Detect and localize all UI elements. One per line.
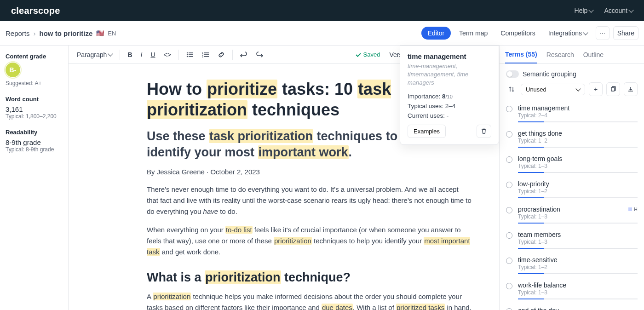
link-button[interactable]: [214, 48, 229, 61]
readability-label: Readability: [6, 129, 63, 136]
tab-outline[interactable]: Outline: [583, 46, 604, 63]
wordcount-value: 3,161: [6, 105, 63, 113]
term-row[interactable]: get things doneTypical: 1–2: [500, 126, 644, 151]
term-row[interactable]: team membersTypical: 1–3: [500, 227, 644, 253]
term-progress: [518, 147, 638, 148]
term-row[interactable]: long-term goalsTypical: 1–3: [500, 151, 644, 177]
doc-paragraph: A prioritization technique helps you mak…: [147, 291, 472, 310]
semantic-grouping-toggle[interactable]: [506, 70, 519, 78]
language-code: EN: [108, 30, 116, 37]
term-typical: Typical: 1–3: [518, 163, 638, 169]
tab-integrations[interactable]: Integrations: [544, 27, 592, 40]
doc-byline: By Jessica Greene · October 2, 2023: [147, 168, 472, 176]
account-menu[interactable]: Account: [604, 7, 633, 14]
numbered-list-button[interactable]: 123: [198, 49, 213, 61]
popover-current: Current uses: -: [408, 112, 491, 119]
help-menu[interactable]: Help: [575, 7, 593, 14]
term-row[interactable]: low-priorityTypical: 1–2: [500, 177, 644, 202]
term-status-icon: [506, 207, 512, 213]
filter-select[interactable]: Unused: [521, 84, 585, 95]
popover-title: time management: [408, 52, 491, 60]
term-status-icon: [506, 308, 512, 310]
term-typical: Typical: 1–2: [518, 264, 638, 270]
term-name: team members: [518, 231, 561, 238]
subheader: Reports › how to prioritize 🇺🇸 EN Editor…: [0, 21, 644, 46]
semantic-grouping-label: Semantic grouping: [523, 70, 576, 78]
term-progress: [518, 172, 638, 173]
term-status-icon: [506, 182, 512, 188]
redo-button[interactable]: [252, 49, 267, 61]
term-row[interactable]: end of the dayTypical: 1–2: [500, 303, 644, 310]
copy-button[interactable]: [606, 82, 620, 96]
svg-rect-9: [204, 54, 209, 55]
term-status-icon: [506, 283, 512, 289]
popover-typical: Typical uses: 2–4: [408, 103, 491, 109]
term-status-icon: [506, 232, 512, 239]
app-topbar: clearscope Help Account: [0, 0, 644, 21]
wordcount-typical: Typical: 1,800–2,200: [6, 113, 63, 120]
popover-importance: Importance: 8/10: [408, 93, 491, 100]
undo-button[interactable]: [236, 49, 251, 61]
term-name: procrastination: [518, 206, 560, 213]
delete-term-button[interactable]: [477, 125, 491, 138]
heading-badge: H: [628, 207, 638, 212]
term-typical: Typical: 1–2: [518, 188, 638, 195]
svg-rect-5: [189, 56, 193, 57]
term-row[interactable]: procrastinationHTypical: 1–3: [500, 202, 644, 227]
term-progress: [518, 223, 638, 224]
tab-terms[interactable]: Terms (55): [505, 46, 537, 63]
divider: [178, 50, 179, 60]
breadcrumb-title: how to prioritize: [40, 29, 93, 37]
term-name: work-life balance: [518, 281, 566, 289]
chevron-down-icon: [575, 86, 581, 91]
term-progress: [518, 121, 638, 122]
term-row[interactable]: work-life balanceTypical: 1–3: [500, 278, 644, 303]
tab-termmap[interactable]: Term map: [454, 27, 492, 40]
tab-competitors[interactable]: Competitors: [496, 27, 540, 40]
term-typical: Typical: 1–3: [518, 289, 638, 296]
add-term-button[interactable]: +: [589, 82, 603, 96]
term-status-icon: [506, 106, 512, 112]
svg-rect-7: [204, 52, 209, 53]
term-row[interactable]: time-sensitiveTypical: 1–2: [500, 253, 644, 278]
term-name: end of the day: [518, 307, 559, 310]
content-grade-label: Content grade: [6, 53, 63, 60]
download-button[interactable]: [624, 82, 638, 96]
term-name: get things done: [518, 130, 562, 137]
term-row[interactable]: time managementTypical: 2–4: [500, 101, 644, 126]
term-progress: [518, 299, 638, 299]
term-name: time management: [518, 104, 569, 112]
divider: [232, 50, 233, 60]
block-style-select[interactable]: Paragraph: [73, 48, 116, 61]
term-popover: time management time-management, timeman…: [400, 46, 499, 145]
term-typical: Typical: 1–2: [518, 138, 638, 144]
logo: clearscope: [11, 6, 60, 16]
term-typical: Typical: 1–3: [518, 239, 638, 245]
more-button[interactable]: ···: [596, 26, 610, 40]
svg-text:3: 3: [202, 55, 203, 58]
doc-paragraph: When everything on your to-do list feels…: [147, 224, 472, 258]
readability-value: 8-9th grade: [6, 138, 63, 146]
italic-button[interactable]: I: [137, 48, 146, 61]
tab-research[interactable]: Research: [546, 46, 574, 63]
share-button[interactable]: Share: [613, 26, 638, 40]
svg-point-0: [187, 52, 188, 53]
term-name: long-term goals: [518, 155, 563, 162]
svg-rect-12: [611, 87, 615, 91]
grade-suggested: Suggested: A+: [6, 80, 63, 86]
readability-typical: Typical: 8-9th grade: [6, 146, 63, 153]
popover-variants: time-management, timemanagement, time ma…: [408, 62, 491, 87]
code-button[interactable]: <>: [160, 48, 175, 61]
underline-button[interactable]: U: [147, 48, 159, 61]
bold-button[interactable]: B: [124, 48, 136, 61]
bullet-list-button[interactable]: [183, 49, 197, 61]
doc-paragraph: There's never enough time to do everythi…: [147, 184, 472, 217]
tab-editor[interactable]: Editor: [421, 27, 451, 40]
examples-button[interactable]: Examples: [408, 125, 446, 138]
breadcrumb-root[interactable]: Reports: [6, 29, 30, 37]
term-progress: [518, 197, 638, 198]
svg-rect-3: [189, 54, 193, 55]
sort-button[interactable]: [506, 83, 517, 96]
svg-point-4: [187, 56, 188, 57]
doc-h2: What is a prioritization technique?: [147, 270, 472, 285]
